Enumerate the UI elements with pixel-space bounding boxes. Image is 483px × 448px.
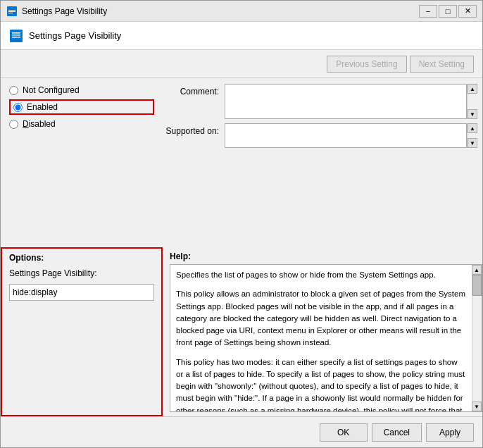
previous-setting-button[interactable]: Previous Setting	[327, 56, 406, 73]
next-setting-button[interactable]: Next Setting	[410, 56, 474, 73]
close-button[interactable]: ✕	[458, 5, 477, 18]
supported-textarea[interactable]	[225, 123, 467, 148]
comment-label: Comment:	[163, 84, 219, 119]
ok-button[interactable]: OK	[320, 423, 368, 442]
supported-scroll-up[interactable]: ▲	[468, 123, 477, 133]
svg-rect-6	[12, 37, 20, 38]
svg-rect-1	[8, 10, 15, 11]
comment-row: Comment: ▲ ▼	[163, 84, 477, 119]
supported-scroll-down[interactable]: ▼	[468, 138, 477, 148]
help-content-wrapper: Specifies the list of pages to show or h…	[170, 264, 482, 412]
help-scroll-down[interactable]: ▼	[472, 402, 482, 411]
window-icon	[6, 6, 18, 17]
help-para-1: Specifies the list of pages to show or h…	[176, 269, 466, 281]
radio-enabled-input[interactable]	[13, 103, 23, 112]
right-panel: Comment: ▲ ▼ Supported on: ▲	[163, 78, 482, 247]
content-area: Not Configured Enabled Disabled Comment:	[1, 78, 482, 247]
radio-not-configured[interactable]: Not Configured	[9, 85, 154, 95]
dialog-header: Settings Page Visibility	[1, 22, 482, 50]
radio-disabled[interactable]: Disabled	[9, 119, 154, 129]
options-panel: Options: Settings Page Visibility:	[1, 247, 163, 416]
help-scrollbar: ▲ ▼	[472, 265, 482, 411]
title-bar-controls: − □ ✕	[419, 5, 477, 18]
radio-not-configured-input[interactable]	[9, 86, 18, 95]
window-title: Settings Page Visibility	[22, 6, 419, 16]
radio-group: Not Configured Enabled Disabled	[9, 85, 154, 129]
comment-scroll-area	[468, 94, 477, 109]
help-para-2: This policy allows an administrator to b…	[176, 288, 466, 349]
setting-page-label: Settings Page Visibility:	[9, 268, 154, 278]
radio-enabled-container[interactable]: Enabled	[9, 99, 154, 115]
comment-scroll-down[interactable]: ▼	[468, 109, 477, 119]
toolbar: Previous Setting Next Setting	[1, 50, 482, 78]
minimize-button[interactable]: −	[419, 5, 437, 18]
help-panel: Help: Specifies the list of pages to sho…	[163, 247, 482, 416]
comment-scrollbar: ▲ ▼	[467, 84, 477, 119]
radio-disabled-input[interactable]	[9, 120, 18, 129]
help-scroll-up[interactable]: ▲	[472, 265, 482, 275]
setting-input[interactable]	[9, 284, 154, 301]
title-bar: Settings Page Visibility − □ ✕	[1, 1, 482, 22]
radio-not-configured-label: Not Configured	[23, 85, 80, 95]
cancel-button[interactable]: Cancel	[372, 423, 422, 442]
apply-button[interactable]: Apply	[426, 423, 474, 442]
comment-scroll-up[interactable]: ▲	[468, 84, 477, 94]
help-scroll-area	[472, 275, 482, 402]
left-panel: Not Configured Enabled Disabled	[1, 78, 163, 247]
supported-label: Supported on:	[163, 123, 219, 148]
svg-rect-3	[8, 13, 13, 13]
maximize-button[interactable]: □	[439, 5, 457, 18]
supported-scroll-area	[468, 133, 477, 138]
main-window: Settings Page Visibility − □ ✕ Settings …	[0, 0, 483, 448]
supported-scrollbar: ▲ ▼	[467, 123, 477, 148]
bottom-section: Options: Settings Page Visibility: Help:…	[1, 247, 482, 416]
comment-textarea[interactable]	[225, 84, 467, 119]
svg-rect-2	[8, 11, 15, 12]
help-para-3: This policy has two modes: it can either…	[176, 356, 466, 412]
dialog-title: Settings Page Visibility	[29, 30, 121, 41]
footer: OK Cancel Apply	[1, 416, 482, 447]
svg-rect-4	[10, 30, 23, 42]
radio-disabled-label: Disabled	[23, 119, 56, 129]
help-text: Specifies the list of pages to show or h…	[170, 265, 472, 411]
dialog-icon	[9, 29, 23, 43]
supported-row: Supported on: ▲ ▼	[163, 123, 477, 148]
svg-rect-7	[12, 32, 20, 34]
options-label: Options:	[9, 253, 154, 263]
radio-enabled-label: Enabled	[27, 102, 58, 112]
help-label: Help:	[170, 251, 482, 261]
svg-rect-5	[12, 35, 20, 36]
